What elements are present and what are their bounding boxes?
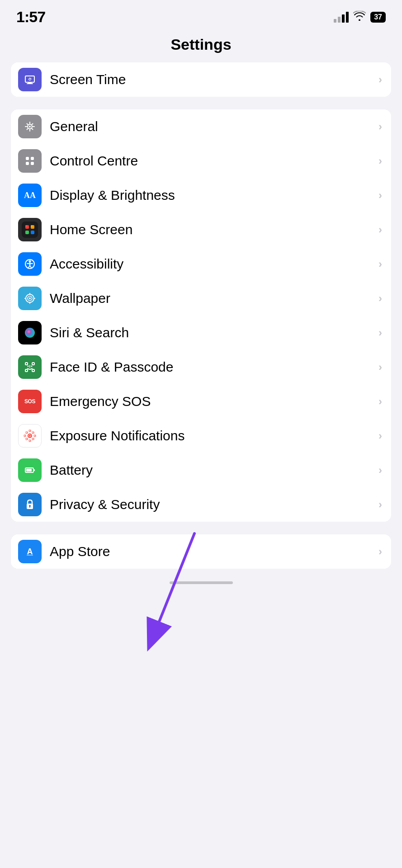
battery-level: 37 [374,13,382,21]
svg-rect-23 [22,222,38,238]
app-store-icon-wrapper: A [18,540,42,563]
svg-point-7 [29,126,31,127]
status-bar: 1:57 37 [0,0,402,30]
svg-point-53 [31,366,33,367]
svg-rect-20 [31,162,34,165]
siri-icon [22,325,38,341]
svg-rect-17 [26,157,29,160]
battery-status: 37 [370,12,386,23]
home-screen-icon-wrapper [18,218,42,241]
svg-rect-28 [25,225,27,227]
settings-item-accessibility[interactable]: Accessibility › [11,247,391,281]
page-wrapper: 1:57 37 Settings [0,0,402,584]
battery-icon-wrapper [18,458,42,482]
screen-time-icon: ⏱ [22,71,38,88]
settings-item-home-screen[interactable]: Home Screen › [11,212,391,247]
privacy-label: Privacy & Security [50,497,375,512]
status-time: 1:57 [16,8,45,26]
display-icon: AA [22,187,38,203]
settings-item-exposure[interactable]: Exposure Notifications › [11,419,391,453]
emergency-sos-chevron: › [378,395,382,408]
battery-chevron: › [378,464,382,476]
settings-item-wallpaper[interactable]: Wallpaper › [11,281,391,316]
siri-search-label: Siri & Search [50,325,375,340]
settings-group-1: General › Control Centre › [11,109,391,522]
face-id-label: Face ID & Passcode [50,359,375,375]
wallpaper-label: Wallpaper [50,291,375,306]
settings-item-general[interactable]: General › [11,109,391,144]
svg-rect-71 [33,469,35,471]
wallpaper-icon [22,290,38,307]
sos-icon-wrapper: SOS [18,390,42,413]
control-centre-icon-wrapper [18,149,42,173]
accessibility-icon [22,256,38,272]
accessibility-chevron: › [378,258,382,270]
svg-rect-26 [25,231,29,234]
exposure-chevron: › [378,429,382,442]
svg-point-67 [29,435,31,437]
general-chevron: › [378,120,382,133]
screen-time-chevron: › [378,73,382,86]
display-chevron: › [378,189,382,202]
svg-rect-19 [26,162,29,165]
svg-rect-27 [31,231,34,234]
svg-text:⏱: ⏱ [28,77,32,81]
settings-item-face-id[interactable]: Face ID & Passcode › [11,350,391,384]
accessibility-label: Accessibility [50,256,375,272]
svg-rect-2 [28,82,32,83]
siri-icon-wrapper [18,321,42,344]
battery-icon [22,462,38,478]
home-screen-chevron: › [378,223,382,236]
screen-time-icon-wrapper: ⏱ [18,68,42,91]
exposure-icon [22,428,38,444]
svg-point-40 [29,297,31,299]
app-store-chevron: › [378,545,382,558]
svg-text:SOS: SOS [24,398,35,405]
exposure-label: Exposure Notifications [50,428,375,443]
wallpaper-icon-wrapper [18,287,42,310]
settings-item-siri-search[interactable]: Siri & Search › [11,316,391,350]
battery-label: Battery [50,462,375,478]
general-label: General [50,119,375,134]
settings-item-control-centre[interactable]: Control Centre › [11,144,391,178]
page-title: Settings [0,30,402,62]
status-icons: 37 [334,11,386,24]
privacy-chevron: › [378,498,382,511]
settings-item-display-brightness[interactable]: AA Display & Brightness › [11,178,391,212]
svg-rect-70 [26,469,32,472]
screen-time-label: Screen Time [50,72,375,87]
settings-group-2: A App Store › [11,534,391,569]
privacy-icon-wrapper [18,493,42,516]
settings-item-app-store[interactable]: A App Store › [11,534,391,569]
general-icon [22,118,38,135]
svg-rect-29 [31,225,33,227]
control-centre-chevron: › [378,155,382,167]
exposure-icon-wrapper [18,424,42,448]
wifi-icon [353,11,366,24]
svg-rect-16 [22,153,38,169]
siri-chevron: › [378,326,382,339]
settings-item-emergency-sos[interactable]: SOS Emergency SOS › [11,384,391,419]
display-icon-wrapper: AA [18,184,42,207]
svg-point-46 [25,328,35,338]
signal-icon [334,12,349,23]
app-store-label: App Store [50,544,375,559]
settings-item-screen-time[interactable]: ⏱ Screen Time › [11,62,391,97]
general-icon-wrapper [18,115,42,138]
svg-rect-3 [27,83,33,84]
face-id-icon [22,359,38,375]
home-indicator [170,581,233,584]
accessibility-icon-wrapper [18,252,42,276]
control-centre-label: Control Centre [50,153,375,169]
settings-item-privacy[interactable]: Privacy & Security › [11,487,391,522]
svg-point-52 [28,366,29,367]
display-brightness-label: Display & Brightness [50,188,375,203]
face-id-chevron: › [378,361,382,373]
wallpaper-chevron: › [378,292,382,305]
control-centre-icon [22,153,38,169]
settings-group-0: ⏱ Screen Time › [11,62,391,97]
app-store-icon: A [22,543,38,560]
settings-item-battery[interactable]: Battery › [11,453,391,487]
face-id-icon-wrapper [18,355,42,379]
emergency-sos-icon: SOS [22,393,38,410]
